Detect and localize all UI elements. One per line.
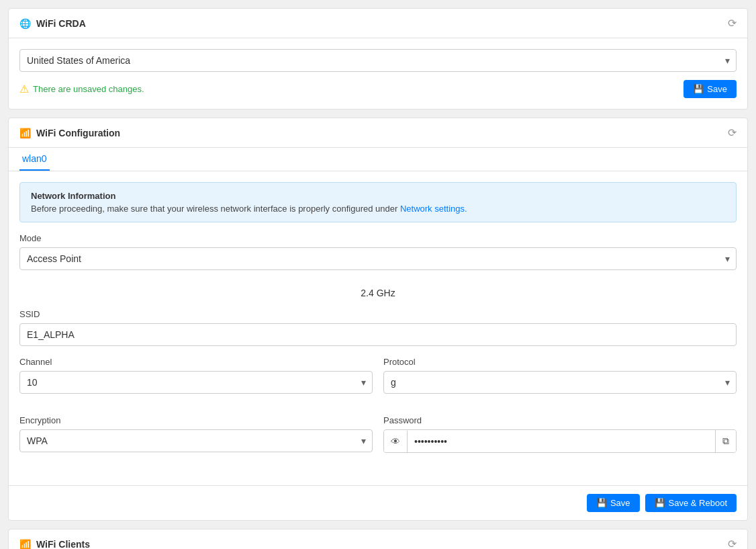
info-box-title: Network Information bbox=[31, 191, 725, 201]
warning-icon: ⚠ bbox=[19, 83, 29, 95]
protocol-label: Protocol bbox=[383, 357, 737, 367]
password-toggle-button[interactable]: 👁 bbox=[384, 431, 408, 452]
info-box-text: Before proceeding, make sure that your w… bbox=[31, 204, 725, 214]
ssid-input[interactable] bbox=[19, 323, 737, 346]
channel-protocol-row: Channel 10 ▾ Protocol g ▾ bbox=[19, 357, 737, 405]
wifi-save-button[interactable]: 💾 Save bbox=[587, 494, 640, 512]
country-select[interactable]: United States of America bbox=[19, 49, 737, 72]
encryption-password-row: Encryption WPA ▾ Password 👁 ⧉ bbox=[19, 415, 737, 464]
mode-group: Mode Access Point ▾ bbox=[19, 233, 737, 270]
crda-header: 🌐 WiFi CRDA ⟳ bbox=[9, 9, 747, 38]
crda-refresh-icon[interactable]: ⟳ bbox=[728, 17, 737, 30]
password-group: Password 👁 ⧉ bbox=[383, 415, 737, 453]
wifi-clients-header: 📶 WiFi Clients ⟳ bbox=[9, 530, 747, 549]
encryption-select[interactable]: WPA bbox=[19, 429, 373, 452]
crda-title: 🌐 WiFi CRDA bbox=[19, 18, 86, 29]
password-input[interactable] bbox=[408, 431, 715, 452]
protocol-select[interactable]: g bbox=[383, 371, 737, 394]
wifi-globe-icon: 🌐 bbox=[19, 18, 31, 29]
encryption-group: Encryption WPA ▾ bbox=[19, 415, 373, 453]
crda-save-button[interactable]: 💾 Save bbox=[683, 80, 737, 98]
wifi-signal-icon: 📶 bbox=[19, 128, 31, 138]
channel-select[interactable]: 10 bbox=[19, 371, 373, 394]
wifi-config-header: 📶 WiFi Configuration ⟳ bbox=[9, 118, 747, 148]
wifi-clients-refresh-icon[interactable]: ⟳ bbox=[728, 538, 737, 549]
mode-select-wrapper: Access Point ▾ bbox=[19, 247, 737, 270]
channel-label: Channel bbox=[19, 357, 373, 367]
wifi-config-card: 📶 WiFi Configuration ⟳ wlan0 Network Inf… bbox=[8, 118, 748, 521]
freq-label: 2.4 GHz bbox=[19, 281, 737, 309]
password-label: Password bbox=[383, 415, 737, 425]
password-copy-button[interactable]: ⧉ bbox=[715, 430, 736, 452]
wifi-config-refresh-icon[interactable]: ⟳ bbox=[728, 126, 737, 139]
network-info-box: Network Information Before proceeding, m… bbox=[19, 182, 737, 222]
save-reboot-icon: 💾 bbox=[655, 498, 665, 508]
save-icon: 💾 bbox=[596, 498, 607, 508]
protocol-select-wrapper: g ▾ bbox=[383, 371, 737, 394]
network-settings-link[interactable]: Network settings. bbox=[400, 204, 467, 214]
wifi-clients-title: 📶 WiFi Clients bbox=[19, 539, 90, 550]
wifi-clients-card: 📶 WiFi Clients ⟳ Interface ▲ bbox=[8, 529, 748, 549]
channel-group: Channel 10 ▾ bbox=[19, 357, 373, 394]
channel-select-wrapper: 10 ▾ bbox=[19, 371, 373, 394]
wifi-config-footer: 💾 Save 💾 Save & Reboot bbox=[9, 485, 747, 520]
unsaved-notice: ⚠ There are unsaved changes. 💾 Save bbox=[19, 80, 737, 98]
wifi-config-title: 📶 WiFi Configuration bbox=[19, 128, 120, 138]
wifi-crda-card: 🌐 WiFi CRDA ⟳ United States of America ▾… bbox=[8, 8, 748, 110]
country-select-wrapper: United States of America ▾ bbox=[19, 49, 737, 72]
encryption-select-wrapper: WPA ▾ bbox=[19, 429, 373, 452]
encryption-label: Encryption bbox=[19, 415, 373, 425]
wifi-config-body: Network Information Before proceeding, m… bbox=[9, 171, 747, 485]
wifi-save-reboot-button[interactable]: 💾 Save & Reboot bbox=[645, 494, 737, 512]
ssid-label: SSID bbox=[19, 309, 737, 319]
wifi-clients-icon: 📶 bbox=[19, 539, 31, 550]
mode-select[interactable]: Access Point bbox=[19, 247, 737, 270]
tab-wlan0[interactable]: wlan0 bbox=[19, 148, 50, 171]
mode-label: Mode bbox=[19, 233, 737, 243]
save-disk-icon: 💾 bbox=[693, 84, 704, 94]
tab-bar: wlan0 bbox=[9, 148, 747, 171]
ssid-group: SSID bbox=[19, 309, 737, 346]
password-wrapper: 👁 ⧉ bbox=[383, 429, 737, 453]
protocol-group: Protocol g ▾ bbox=[383, 357, 737, 394]
unsaved-text: ⚠ There are unsaved changes. bbox=[19, 83, 144, 95]
